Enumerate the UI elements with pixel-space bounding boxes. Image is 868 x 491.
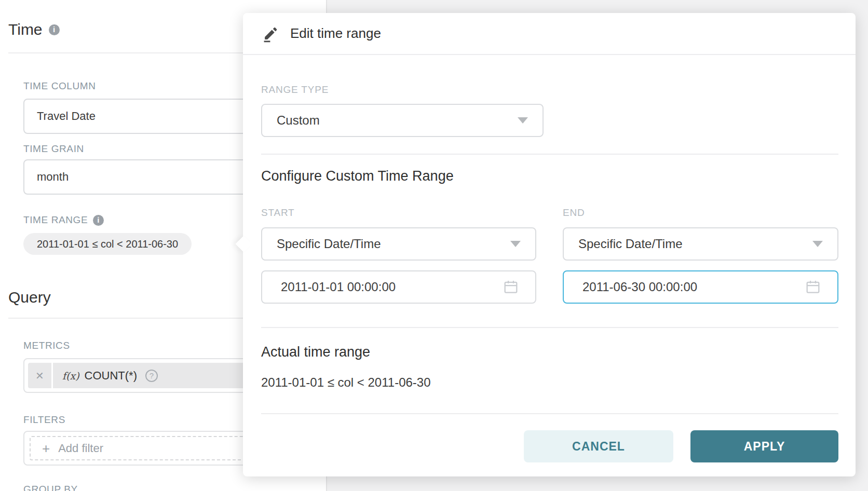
time-range-label: TIME RANGE i <box>23 214 104 226</box>
function-icon: f(x) <box>62 370 79 381</box>
metric-name: COUNT(*) <box>85 369 137 383</box>
chevron-down-icon <box>812 241 823 247</box>
plus-icon: + <box>42 443 50 454</box>
time-grain-label: TIME GRAIN <box>23 143 84 155</box>
start-type-select[interactable]: Specific Date/Time <box>261 227 536 261</box>
help-icon[interactable]: ? <box>145 370 158 382</box>
time-section-title: Time i <box>8 21 60 38</box>
end-type-value: Specific Date/Time <box>578 237 683 251</box>
start-datetime-input[interactable] <box>261 270 536 304</box>
divider <box>261 327 838 328</box>
query-section-title: Query <box>8 289 51 306</box>
divider <box>261 154 838 155</box>
time-grain-value: month <box>37 170 69 184</box>
group-by-label: GROUP BY <box>23 484 78 491</box>
popover-title: Edit time range <box>290 25 381 42</box>
popover-header: Edit time range <box>243 13 856 55</box>
range-type-value: Custom <box>277 113 320 128</box>
time-column-label: TIME COLUMN <box>23 80 96 92</box>
range-type-select[interactable]: Custom <box>261 104 544 137</box>
chevron-down-icon <box>510 241 521 247</box>
remove-metric-icon[interactable]: ✕ <box>28 363 53 388</box>
cancel-button[interactable]: CANCEL <box>524 430 673 462</box>
add-filter-label: Add filter <box>58 442 103 455</box>
actual-time-range-value: 2011-01-01 ≤ col < 2011-06-30 <box>261 375 431 390</box>
edit-time-range-popover: Edit time range RANGE TYPE Custom Config… <box>243 13 856 476</box>
end-datetime-input[interactable] <box>563 270 838 304</box>
time-range-value: 2011-01-01 ≤ col < 2011-06-30 <box>37 238 178 250</box>
info-icon[interactable]: i <box>93 215 104 226</box>
filters-label: FILTERS <box>23 414 65 426</box>
actual-time-range-heading: Actual time range <box>261 344 370 360</box>
start-type-value: Specific Date/Time <box>277 237 381 251</box>
info-icon[interactable]: i <box>49 24 60 35</box>
chevron-down-icon <box>518 117 528 124</box>
query-section-label: Query <box>8 289 51 306</box>
end-label: END <box>563 207 585 219</box>
configure-heading: Configure Custom Time Range <box>261 168 454 184</box>
metrics-label: METRICS <box>23 340 70 351</box>
apply-button[interactable]: APPLY <box>690 430 838 462</box>
start-label: START <box>261 207 295 219</box>
time-section-label: Time <box>8 21 43 38</box>
time-range-pill[interactable]: 2011-01-01 ≤ col < 2011-06-30 <box>23 233 192 255</box>
range-type-label: RANGE TYPE <box>261 84 329 96</box>
divider <box>261 413 838 414</box>
edit-pencil-icon <box>261 24 281 44</box>
end-type-select[interactable]: Specific Date/Time <box>563 227 838 261</box>
time-column-value: Travel Date <box>37 110 96 123</box>
